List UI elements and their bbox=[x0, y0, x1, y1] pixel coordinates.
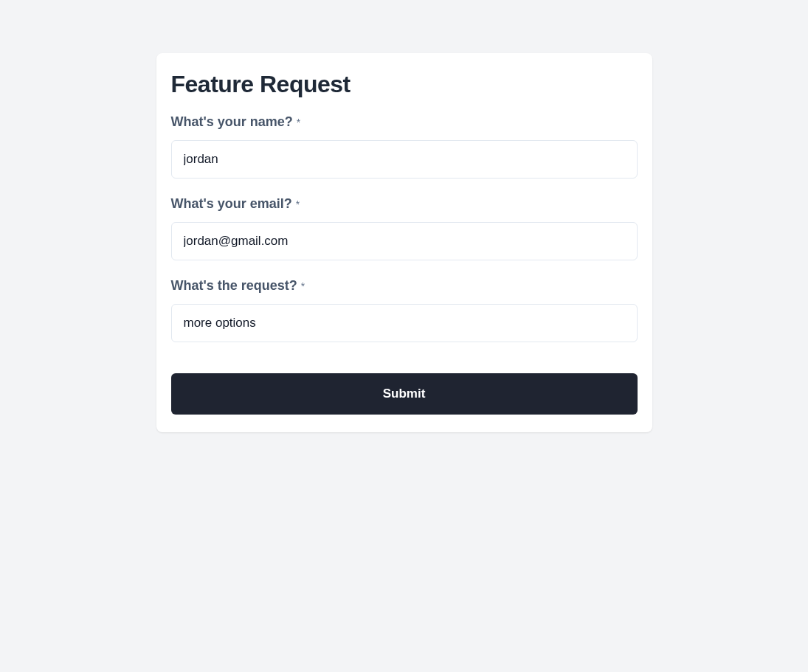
submit-button[interactable]: Submit bbox=[171, 373, 638, 415]
email-input[interactable] bbox=[171, 222, 638, 260]
name-label: What's your name? * bbox=[171, 114, 638, 130]
request-field-group: What's the request? * bbox=[171, 278, 638, 342]
request-label: What's the request? * bbox=[171, 278, 638, 294]
email-label: What's your email? * bbox=[171, 196, 638, 212]
name-field-group: What's your name? * bbox=[171, 114, 638, 179]
page-title: Feature Request bbox=[171, 71, 638, 98]
request-input[interactable] bbox=[171, 304, 638, 342]
email-field-group: What's your email? * bbox=[171, 196, 638, 260]
name-label-text: What's your name? bbox=[171, 114, 293, 129]
required-mark: * bbox=[301, 280, 305, 292]
feature-request-card: Feature Request What's your name? * What… bbox=[156, 53, 652, 432]
required-mark: * bbox=[297, 117, 300, 128]
request-label-text: What's the request? bbox=[171, 278, 297, 293]
required-mark: * bbox=[296, 198, 300, 210]
email-label-text: What's your email? bbox=[171, 196, 292, 211]
name-input[interactable] bbox=[171, 140, 638, 179]
